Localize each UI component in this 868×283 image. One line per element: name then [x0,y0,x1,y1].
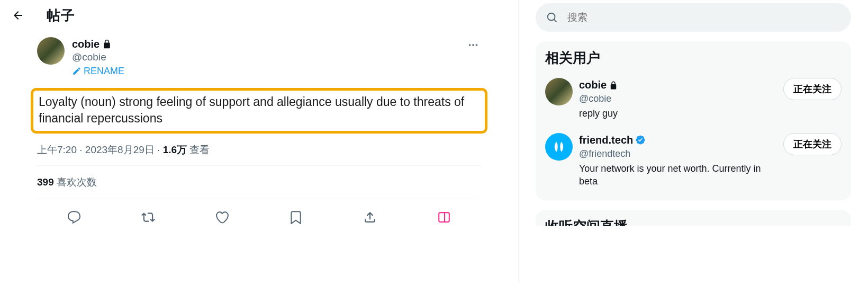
verified-badge-icon [635,135,646,145]
more-options-button[interactable] [465,37,481,55]
related-user-info: cobie @cobie reply guy [579,78,778,120]
lock-icon [609,81,618,90]
rename-label: RENAME [84,65,124,77]
main-column: 帖子 cobie @cobie RENAME Loyalty (noun) st… [0,0,519,283]
related-user-name: friend.tech [579,133,633,147]
post-views-count: 1.6万 [163,144,187,155]
retweet-icon [141,210,155,224]
share-button[interactable] [359,207,381,228]
logo-icon [551,139,566,154]
related-user-name: cobie [579,78,607,92]
following-button[interactable]: 正在关注 [783,78,842,100]
avatar[interactable] [545,78,573,105]
likes-label: 喜欢次数 [57,176,97,188]
bookmark-icon [289,210,303,224]
bookmark-button[interactable] [285,207,306,228]
share-icon [363,210,377,224]
post-meta[interactable]: 上午7:20 · 2023年8月29日 · 1.6万 查看 [37,141,481,165]
avatar[interactable] [545,133,573,161]
actions-row [37,199,481,235]
spaces-card-title: 收听空间直播 [536,210,851,226]
post-views-label: 查看 [189,144,210,155]
related-users-card: 相关用户 cobie @cobie reply guy 正在关注 friend.… [536,41,851,200]
reply-icon [67,210,81,224]
post-body-highlighted: Loyalty (noun) strong feeling of support… [31,88,487,134]
right-sidebar: 相关用户 cobie @cobie reply guy 正在关注 friend.… [519,0,868,283]
related-user-handle: @friendtech [579,147,778,160]
more-horizontal-icon [467,39,479,51]
post-header: cobie @cobie RENAME [37,37,481,77]
author-handle[interactable]: @cobie [72,51,465,64]
page-title: 帖子 [47,6,75,25]
related-users-title: 相关用户 [545,49,842,67]
arrow-left-icon [12,9,24,22]
likes-count: 399 [37,176,54,188]
author-info: cobie @cobie RENAME [72,37,465,77]
panel-icon [437,210,451,224]
search-icon [546,12,558,23]
search-box[interactable] [536,3,851,32]
post-container: cobie @cobie RENAME Loyalty (noun) stron… [0,31,518,235]
svg-point-5 [548,13,555,21]
related-user-friendtech[interactable]: friend.tech @friendtech Your network is … [545,133,842,201]
like-button[interactable] [212,207,233,228]
page-header: 帖子 [0,0,518,31]
retweet-button[interactable] [138,207,159,228]
author-avatar[interactable] [37,37,65,65]
search-input[interactable] [567,12,840,23]
svg-point-0 [469,44,471,46]
likes-row[interactable]: 399 喜欢次数 [37,166,481,199]
following-button[interactable]: 正在关注 [783,133,842,155]
heart-icon [215,210,229,224]
svg-point-1 [472,44,474,46]
reply-button[interactable] [64,207,85,228]
post-timestamp: 上午7:20 · 2023年8月29日 [37,144,155,155]
svg-point-2 [476,44,478,46]
svg-line-6 [554,20,557,22]
rename-button[interactable]: RENAME [72,65,465,77]
related-user-cobie[interactable]: cobie @cobie reply guy 正在关注 [545,78,842,133]
related-user-bio: Your network is your net worth. Currentl… [579,162,778,188]
extra-action-button[interactable] [433,207,455,228]
svg-rect-3 [439,213,449,222]
lock-icon [102,39,112,49]
back-button[interactable] [8,6,28,25]
edit-icon [72,66,82,76]
related-user-bio: reply guy [579,107,778,120]
related-user-handle: @cobie [579,92,778,105]
author-display-name: cobie [72,37,100,51]
related-user-info: friend.tech @friendtech Your network is … [579,133,778,188]
display-name-row[interactable]: cobie [72,37,465,51]
